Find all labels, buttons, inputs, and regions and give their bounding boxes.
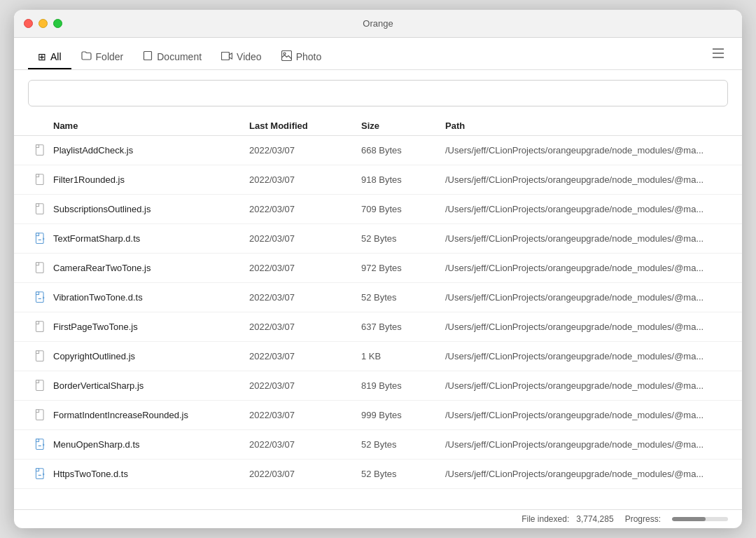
file-name: FormatIndentIncreaseRounded.js: [53, 410, 249, 420]
file-type-icon: [28, 350, 53, 363]
file-date: 2022/03/07: [249, 439, 361, 450]
svg-rect-15: [38, 239, 41, 240]
table-row[interactable]: HttpsTwoTone.d.ts 2022/03/07 52 Bytes /U…: [14, 460, 742, 489]
tab-video-label: Video: [237, 51, 262, 62]
traffic-lights: [24, 19, 62, 28]
tab-folder[interactable]: Folder: [71, 45, 134, 70]
svg-rect-1: [222, 53, 230, 60]
file-size: 668 Bytes: [361, 145, 445, 156]
svg-rect-0: [144, 52, 152, 60]
menu-button[interactable]: [708, 45, 728, 65]
tab-document-label: Document: [157, 51, 202, 62]
file-type-icon: [28, 144, 53, 157]
file-path: /Users/jeff/CLionProjects/orangeupgrade/…: [445, 174, 728, 185]
file-size: 999 Bytes: [361, 410, 445, 420]
file-path: /Users/jeff/CLionProjects/orangeupgrade/…: [445, 380, 728, 391]
list-header: Name Last Modified Size Path: [14, 116, 742, 136]
file-name: CameraRearTwoTone.js: [53, 263, 249, 273]
svg-point-3: [284, 53, 286, 55]
table-row[interactable]: MenuOpenSharp.d.ts 2022/03/07 52 Bytes /…: [14, 430, 742, 460]
file-name: TextFormatSharp.d.ts: [53, 233, 249, 244]
file-path: /Users/jeff/CLionProjects/orangeupgrade/…: [445, 204, 728, 214]
col-icon-header: [28, 120, 53, 131]
table-row[interactable]: FirstPageTwoTone.js 2022/03/07 637 Bytes…: [14, 312, 742, 342]
file-name: PlaylistAddCheck.js: [53, 145, 249, 156]
svg-rect-10: [36, 174, 38, 177]
progress-bar: [672, 517, 728, 521]
file-size: 52 Bytes: [361, 469, 445, 479]
svg-rect-28: [36, 380, 38, 382]
file-size: 709 Bytes: [361, 204, 445, 214]
file-name: HttpsTwoTone.d.ts: [53, 469, 249, 479]
table-row[interactable]: SubscriptionsOutlined.js 2022/03/07 709 …: [14, 195, 742, 224]
file-size: 972 Bytes: [361, 263, 445, 273]
svg-rect-33: [38, 445, 41, 446]
file-size: 1 KB: [361, 351, 445, 361]
minimize-button[interactable]: [38, 19, 48, 28]
file-size: 52 Bytes: [361, 233, 445, 244]
svg-rect-14: [36, 233, 38, 235]
progress-bar-wrapper: [672, 517, 728, 521]
maximize-button[interactable]: [53, 19, 62, 28]
file-size: 52 Bytes: [361, 292, 445, 303]
svg-rect-12: [36, 203, 38, 206]
file-type-icon: [28, 439, 53, 451]
file-path: /Users/jeff/CLionProjects/orangeupgrade/…: [445, 322, 728, 332]
close-button[interactable]: [24, 19, 33, 28]
file-date: 2022/03/07: [249, 174, 361, 185]
toolbar: ⊞ All Folder Document: [14, 38, 742, 70]
file-date: 2022/03/07: [249, 263, 361, 273]
tab-all[interactable]: ⊞ All: [28, 46, 71, 69]
search-input[interactable]: [28, 80, 728, 106]
file-name: BorderVerticalSharp.js: [53, 380, 249, 391]
table-row[interactable]: PlaylistAddCheck.js 2022/03/07 668 Bytes…: [14, 136, 742, 165]
titlebar: Orange: [14, 10, 742, 38]
file-name: Filter1Rounded.js: [53, 174, 249, 185]
file-size: 637 Bytes: [361, 322, 445, 332]
search-bar: [14, 70, 742, 116]
file-name: FirstPageTwoTone.js: [53, 322, 249, 332]
tab-folder-label: Folder: [96, 51, 124, 62]
file-list: Name Last Modified Size Path PlaylistAdd…: [14, 116, 742, 509]
tab-document[interactable]: Document: [133, 45, 211, 70]
progress-bar-fill: [672, 517, 706, 521]
col-path-header: Path: [445, 120, 728, 131]
video-icon: [221, 51, 232, 62]
table-row[interactable]: FormatIndentIncreaseRounded.js 2022/03/0…: [14, 401, 742, 430]
svg-rect-21: [38, 298, 41, 298]
photo-icon: [281, 50, 292, 63]
file-path: /Users/jeff/CLionProjects/orangeupgrade/…: [445, 410, 728, 420]
file-path: /Users/jeff/CLionProjects/orangeupgrade/…: [445, 292, 728, 303]
file-type-icon: [28, 468, 53, 481]
file-date: 2022/03/07: [249, 469, 361, 479]
table-row[interactable]: BorderVerticalSharp.js 2022/03/07 819 By…: [14, 371, 742, 401]
table-row[interactable]: CopyrightOutlined.js 2022/03/07 1 KB /Us…: [14, 342, 742, 371]
statusbar: File indexed: 3,774,285 Progress:: [14, 509, 742, 528]
tab-photo[interactable]: Photo: [272, 45, 332, 70]
file-date: 2022/03/07: [249, 410, 361, 420]
col-name-header: Name: [53, 120, 249, 131]
file-path: /Users/jeff/CLionProjects/orangeupgrade/…: [445, 263, 728, 273]
file-path: /Users/jeff/CLionProjects/orangeupgrade/…: [445, 351, 728, 361]
file-type-icon: [28, 262, 53, 275]
tab-video[interactable]: Video: [211, 46, 272, 69]
table-row[interactable]: Filter1Rounded.js 2022/03/07 918 Bytes /…: [14, 165, 742, 195]
file-size: 819 Bytes: [361, 380, 445, 391]
table-row[interactable]: TextFormatSharp.d.ts 2022/03/07 52 Bytes…: [14, 224, 742, 254]
svg-rect-37: [38, 474, 41, 475]
file-type-icon: [28, 291, 53, 304]
table-row[interactable]: CameraRearTwoTone.js 2022/03/07 972 Byte…: [14, 254, 742, 283]
file-date: 2022/03/07: [249, 145, 361, 156]
svg-rect-32: [36, 439, 38, 441]
file-name: MenuOpenSharp.d.ts: [53, 439, 249, 450]
progress-label: Progress:: [625, 514, 661, 524]
tab-photo-label: Photo: [296, 51, 322, 62]
indexed-label: File indexed: 3,774,285: [522, 514, 613, 524]
tab-all-label: All: [50, 51, 62, 62]
file-date: 2022/03/07: [249, 380, 361, 391]
svg-rect-24: [36, 321, 38, 324]
file-date: 2022/03/07: [249, 292, 361, 303]
table-row[interactable]: VibrationTwoTone.d.ts 2022/03/07 52 Byte…: [14, 283, 742, 312]
file-type-icon: [28, 203, 53, 216]
file-date: 2022/03/07: [249, 204, 361, 214]
